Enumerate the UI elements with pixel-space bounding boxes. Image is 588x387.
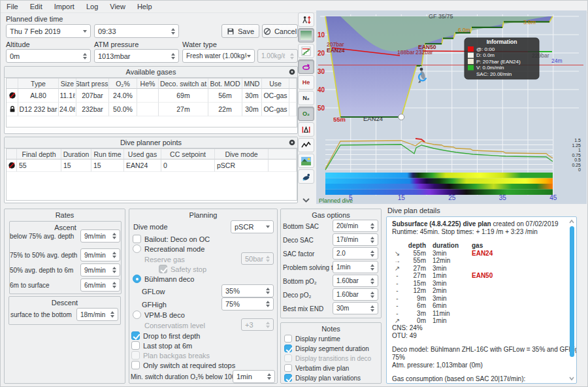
spin-down-icon[interactable]: [171, 32, 175, 35]
water-type-combobox[interactable]: Fresh water (1.00kg/ℓ): [182, 49, 255, 63]
atm-pressure-spinner[interactable]: 1013mbar: [94, 49, 179, 63]
save-button[interactable]: Save: [221, 24, 259, 38]
ascent-rate-4-spinner[interactable]: 6m/min: [80, 278, 120, 292]
reserve-gas-label: Reserve gas: [144, 256, 185, 263]
vpmb-deco-radio[interactable]: [133, 311, 141, 319]
problem-time-spinner[interactable]: 1min: [333, 261, 378, 273]
min-switch-duration-spinner[interactable]: 1min: [233, 370, 275, 383]
table-row[interactable]: D12 232 bar24.0ℓ 232bar50.0% 27m 22m30m …: [7, 103, 297, 116]
ascent-rate-1-spinner[interactable]: 9m/min: [80, 229, 120, 243]
dive-mode-combobox[interactable]: pSCR: [231, 220, 274, 233]
po2-icon: O₂: [302, 110, 310, 117]
dive-plan-details-box[interactable]: Subsurface (4.8.4.225) dive plan created…: [386, 216, 577, 384]
mean-depth-toggle-button[interactable]: [298, 122, 314, 137]
po2-toggle-button[interactable]: O₂: [298, 107, 314, 121]
dive-time-spinner[interactable]: 09:33: [94, 24, 179, 38]
dive-profile-chart[interactable]: 207bar EAN24 188bar 232bar EAN50 229bar …: [316, 10, 587, 204]
menu-help[interactable]: Help: [131, 1, 158, 12]
display-runtime-label: Display runtime: [295, 335, 340, 343]
notes-title: Notes: [281, 325, 381, 333]
altitude-label: Altitude: [6, 41, 30, 48]
altitude-spinner[interactable]: 0m: [6, 49, 91, 63]
buhlmann-deco-radio[interactable]: [133, 275, 141, 283]
svg-text:5: 5: [349, 194, 353, 201]
menu-edit[interactable]: Edit: [24, 1, 48, 12]
plan-heading: Subsurface (4.8.4.225) dive plan created…: [392, 220, 559, 227]
heatmap-toggle-button[interactable]: [298, 169, 314, 184]
plan-cns: CNS: 24%: [392, 324, 423, 331]
backgas-breaks-checkbox: [131, 351, 140, 360]
svg-text:1.5: 1.5: [574, 138, 581, 143]
pn2-toggle-button[interactable]: N₂: [298, 91, 314, 105]
dive-planner-points-panel: Dive planner points Final depthDuration …: [4, 137, 298, 203]
display-runtime-checkbox[interactable]: [284, 335, 292, 343]
menu-view[interactable]: View: [104, 1, 131, 12]
svg-text:Planned dive: Planned dive: [319, 197, 353, 204]
sac-factor-spinner[interactable]: 2.0: [333, 247, 378, 260]
plan-segments-table: depthdurationgas ↘55m3minEAN24 →55m12min…: [392, 242, 542, 325]
settings-icon[interactable]: [289, 139, 295, 146]
table-row[interactable]: AL8011.1ℓ 207bar24.0% 69m 56m30m OC-gas: [7, 89, 297, 103]
rates-title: Rates: [5, 211, 125, 219]
info-box: Information @: 0:00 D: 0.0m P: 207bar (E…: [465, 38, 539, 79]
last-stop-6m-checkbox[interactable]: [131, 341, 140, 350]
phe-toggle-button[interactable]: He: [298, 75, 314, 90]
descent-rate-spinner[interactable]: 18m/min: [76, 308, 118, 321]
drop-first-depth-label: Drop to first depth: [143, 332, 200, 340]
profile-handle[interactable]: [399, 114, 404, 120]
ceiling-display-button[interactable]: [298, 28, 314, 42]
display-variations-checkbox[interactable]: [284, 374, 292, 382]
menu-file[interactable]: File: [1, 1, 24, 12]
buhlmann-deco-label: Bühlmann deco: [144, 275, 194, 283]
deco-sac-spinner[interactable]: 17ℓ/min: [333, 233, 378, 246]
calculated-ceiling-button[interactable]: [298, 44, 314, 58]
descent-title: Descent: [9, 299, 120, 307]
display-segment-duration-checkbox[interactable]: [284, 345, 292, 352]
dive-plan-details-title: Dive plan details: [387, 207, 440, 214]
scroll-up-icon[interactable]: [568, 218, 575, 225]
spin-up-icon[interactable]: [171, 28, 175, 31]
svg-text:1: 1: [578, 148, 581, 152]
scale-toggle-button[interactable]: [298, 12, 314, 27]
verbatim-plan-checkbox[interactable]: [284, 364, 292, 372]
dive-date-combobox[interactable]: Thu 7 Feb 2019: [6, 24, 91, 38]
menu-import[interactable]: Import: [48, 1, 80, 12]
bottom-po2-spinner[interactable]: 1.60bar: [333, 275, 378, 287]
chevron-down-icon: [302, 197, 310, 203]
drop-first-depth-checkbox[interactable]: [131, 331, 140, 340]
only-switch-checkbox[interactable]: [131, 361, 140, 369]
gflow-spinner[interactable]: 35%: [221, 284, 274, 297]
menu-log[interactable]: Log: [80, 1, 104, 12]
cancel-button[interactable]: Cancel: [262, 24, 298, 38]
svg-text:25: 25: [448, 194, 456, 201]
planned-dive-time-label: Planned dive time: [6, 15, 63, 23]
table-row[interactable]: 5515 15EAN24 0pSCR: [7, 160, 297, 172]
no-delete-icon[interactable]: [8, 92, 16, 99]
plan-deco-model-2: 75%: [392, 354, 405, 361]
bottom-sac-spinner[interactable]: 20ℓ/min: [333, 220, 378, 232]
best-mix-end-spinner[interactable]: 30m: [333, 302, 378, 314]
photos-toggle-button[interactable]: [298, 154, 314, 168]
save-button-label: Save: [238, 27, 254, 35]
deco-po2-spinner[interactable]: 1.60bar: [333, 288, 378, 301]
pn2-icon: N₂: [302, 95, 310, 101]
svg-text:24m: 24m: [551, 58, 563, 64]
recreational-radio[interactable]: [133, 244, 141, 253]
ascent-rate-3-spinner[interactable]: 9m/min: [80, 263, 120, 277]
dc-ceiling-button[interactable]: [298, 59, 314, 74]
descent-rate-label: surface to the bottom: [10, 311, 72, 318]
bailout-checkbox[interactable]: [133, 235, 141, 243]
no-delete-icon[interactable]: [8, 161, 16, 169]
settings-icon[interactable]: [289, 69, 295, 75]
tissue-heatmap: [325, 173, 553, 195]
scroll-down-icon[interactable]: [568, 375, 575, 382]
gfhigh-spinner[interactable]: 75%: [221, 297, 274, 311]
ascent-rate-2-spinner[interactable]: 9m/min: [80, 248, 120, 261]
tissue-trend-toggle-button[interactable]: [298, 138, 314, 152]
plan-atm-pressure: Atm. pressure: 1,013mbar (0m): [392, 362, 483, 369]
gflow-label: GFLow: [142, 288, 165, 295]
toolbar-scroll-button[interactable]: [298, 193, 314, 207]
scrollbar-thumb[interactable]: [570, 226, 574, 357]
plan-runtime: Runtime: 45min. Stop times: + 1:19 /m + …: [392, 228, 538, 235]
atm-pressure-label: ATM pressure: [94, 41, 139, 48]
